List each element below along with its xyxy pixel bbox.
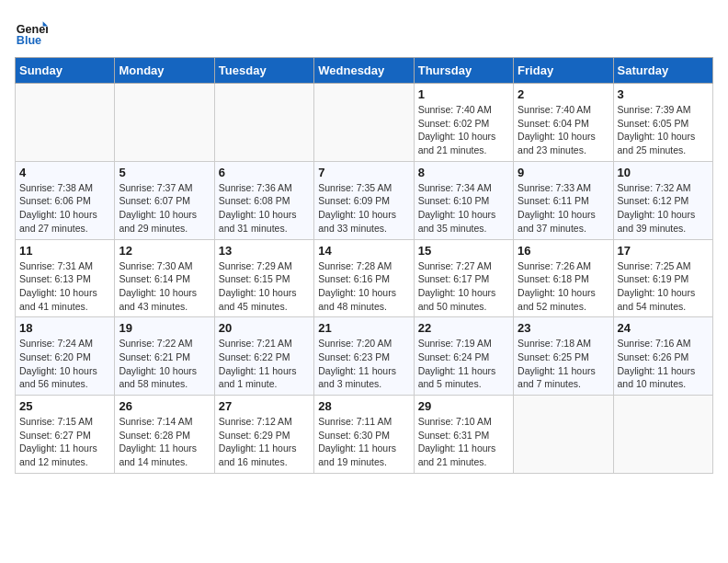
day-detail: Sunrise: 7:14 AMSunset: 6:28 PMDaylight:… (119, 415, 210, 469)
calendar-cell: 4Sunrise: 7:38 AMSunset: 6:06 PMDaylight… (16, 161, 115, 239)
calendar-cell: 23Sunrise: 7:18 AMSunset: 6:25 PMDayligh… (514, 317, 613, 396)
day-detail: Sunrise: 7:15 AMSunset: 6:27 PMDaylight:… (19, 415, 110, 469)
day-detail: Sunrise: 7:22 AMSunset: 6:21 PMDaylight:… (119, 337, 210, 391)
day-detail: Sunrise: 7:40 AMSunset: 6:04 PMDaylight:… (518, 103, 609, 157)
day-detail: Sunrise: 7:39 AMSunset: 6:05 PMDaylight:… (618, 103, 709, 157)
day-detail: Sunrise: 7:26 AMSunset: 6:18 PMDaylight:… (518, 259, 609, 314)
calendar-table: SundayMondayTuesdayWednesdayThursdayFrid… (15, 57, 713, 474)
calendar-cell: 22Sunrise: 7:19 AMSunset: 6:24 PMDayligh… (414, 317, 513, 396)
calendar-cell: 11Sunrise: 7:31 AMSunset: 6:13 PMDayligh… (16, 239, 115, 317)
day-detail: Sunrise: 7:16 AMSunset: 6:26 PMDaylight:… (618, 337, 709, 391)
logo: General Blue (15, 15, 48, 48)
day-number: 7 (318, 166, 409, 179)
logo-icon: General Blue (15, 15, 48, 48)
calendar-body: 1Sunrise: 7:40 AMSunset: 6:02 PMDaylight… (16, 84, 713, 474)
day-number: 5 (119, 166, 210, 179)
day-number: 11 (19, 244, 110, 258)
calendar-cell: 15Sunrise: 7:27 AMSunset: 6:17 PMDayligh… (414, 239, 513, 317)
day-detail: Sunrise: 7:40 AMSunset: 6:02 PMDaylight:… (418, 103, 509, 157)
svg-text:Blue: Blue (17, 34, 41, 47)
day-detail: Sunrise: 7:27 AMSunset: 6:17 PMDaylight:… (418, 259, 509, 314)
day-number: 20 (219, 321, 310, 335)
day-number: 19 (119, 321, 210, 335)
day-number: 14 (318, 244, 409, 258)
calendar-cell: 1Sunrise: 7:40 AMSunset: 6:02 PMDaylight… (414, 84, 513, 162)
day-number: 13 (219, 244, 310, 258)
calendar-cell: 12Sunrise: 7:30 AMSunset: 6:14 PMDayligh… (115, 239, 214, 317)
calendar-week-5: 25Sunrise: 7:15 AMSunset: 6:27 PMDayligh… (16, 396, 713, 474)
weekday-header-tuesday: Tuesday (214, 58, 313, 84)
calendar-cell: 27Sunrise: 7:12 AMSunset: 6:29 PMDayligh… (214, 396, 313, 474)
calendar-cell (314, 84, 414, 162)
day-detail: Sunrise: 7:21 AMSunset: 6:22 PMDaylight:… (219, 337, 310, 391)
day-number: 27 (219, 399, 310, 413)
day-detail: Sunrise: 7:12 AMSunset: 6:29 PMDaylight:… (219, 415, 310, 469)
calendar-cell: 2Sunrise: 7:40 AMSunset: 6:04 PMDaylight… (514, 84, 613, 162)
calendar-cell: 28Sunrise: 7:11 AMSunset: 6:30 PMDayligh… (314, 396, 414, 474)
day-number: 9 (518, 166, 609, 179)
calendar-cell: 25Sunrise: 7:15 AMSunset: 6:27 PMDayligh… (16, 396, 115, 474)
calendar-cell: 20Sunrise: 7:21 AMSunset: 6:22 PMDayligh… (214, 317, 313, 396)
calendar-week-1: 1Sunrise: 7:40 AMSunset: 6:02 PMDaylight… (16, 84, 713, 162)
calendar-cell (115, 84, 214, 162)
calendar-cell: 18Sunrise: 7:24 AMSunset: 6:20 PMDayligh… (16, 317, 115, 396)
day-number: 18 (19, 321, 110, 335)
day-number: 28 (318, 399, 409, 413)
day-number: 6 (219, 166, 310, 179)
calendar-cell: 10Sunrise: 7:32 AMSunset: 6:12 PMDayligh… (613, 161, 712, 239)
day-detail: Sunrise: 7:19 AMSunset: 6:24 PMDaylight:… (418, 337, 509, 391)
day-number: 22 (418, 321, 509, 335)
day-number: 29 (418, 399, 509, 413)
weekday-header-monday: Monday (115, 58, 214, 84)
calendar-cell (214, 84, 313, 162)
weekday-header-saturday: Saturday (613, 58, 712, 84)
weekday-header-friday: Friday (514, 58, 613, 84)
weekday-header-thursday: Thursday (414, 58, 513, 84)
day-detail: Sunrise: 7:30 AMSunset: 6:14 PMDaylight:… (119, 259, 210, 314)
calendar-cell: 16Sunrise: 7:26 AMSunset: 6:18 PMDayligh… (514, 239, 613, 317)
day-number: 17 (618, 244, 709, 258)
day-number: 1 (418, 87, 509, 101)
calendar-cell: 21Sunrise: 7:20 AMSunset: 6:23 PMDayligh… (314, 317, 414, 396)
weekday-header-sunday: Sunday (16, 58, 115, 84)
calendar-week-2: 4Sunrise: 7:38 AMSunset: 6:06 PMDaylight… (16, 161, 713, 239)
calendar-cell: 26Sunrise: 7:14 AMSunset: 6:28 PMDayligh… (115, 396, 214, 474)
calendar-cell: 8Sunrise: 7:34 AMSunset: 6:10 PMDaylight… (414, 161, 513, 239)
day-detail: Sunrise: 7:10 AMSunset: 6:31 PMDaylight:… (418, 415, 509, 469)
day-detail: Sunrise: 7:34 AMSunset: 6:10 PMDaylight:… (418, 181, 509, 236)
calendar-cell: 6Sunrise: 7:36 AMSunset: 6:08 PMDaylight… (214, 161, 313, 239)
calendar-header: SundayMondayTuesdayWednesdayThursdayFrid… (16, 58, 713, 84)
calendar-cell (514, 396, 613, 474)
day-detail: Sunrise: 7:25 AMSunset: 6:19 PMDaylight:… (618, 259, 709, 314)
day-detail: Sunrise: 7:28 AMSunset: 6:16 PMDaylight:… (318, 259, 409, 314)
day-number: 24 (618, 321, 709, 335)
day-number: 8 (418, 166, 509, 179)
day-number: 12 (119, 244, 210, 258)
day-number: 10 (618, 166, 709, 179)
day-number: 23 (518, 321, 609, 335)
day-detail: Sunrise: 7:24 AMSunset: 6:20 PMDaylight:… (19, 337, 110, 391)
calendar-cell: 5Sunrise: 7:37 AMSunset: 6:07 PMDaylight… (115, 161, 214, 239)
day-detail: Sunrise: 7:29 AMSunset: 6:15 PMDaylight:… (219, 259, 310, 314)
day-detail: Sunrise: 7:32 AMSunset: 6:12 PMDaylight:… (618, 181, 709, 236)
day-detail: Sunrise: 7:20 AMSunset: 6:23 PMDaylight:… (318, 337, 409, 391)
calendar-cell (613, 396, 712, 474)
day-number: 15 (418, 244, 509, 258)
page-header: General Blue (15, 15, 713, 48)
day-detail: Sunrise: 7:36 AMSunset: 6:08 PMDaylight:… (219, 181, 310, 236)
day-detail: Sunrise: 7:33 AMSunset: 6:11 PMDaylight:… (518, 181, 609, 236)
day-number: 16 (518, 244, 609, 258)
day-number: 3 (618, 87, 709, 101)
day-number: 2 (518, 87, 609, 101)
calendar-week-4: 18Sunrise: 7:24 AMSunset: 6:20 PMDayligh… (16, 317, 713, 396)
day-detail: Sunrise: 7:38 AMSunset: 6:06 PMDaylight:… (19, 181, 110, 236)
day-number: 26 (119, 399, 210, 413)
calendar-week-3: 11Sunrise: 7:31 AMSunset: 6:13 PMDayligh… (16, 239, 713, 317)
calendar-cell: 19Sunrise: 7:22 AMSunset: 6:21 PMDayligh… (115, 317, 214, 396)
day-number: 4 (19, 166, 110, 179)
day-number: 25 (19, 399, 110, 413)
day-detail: Sunrise: 7:35 AMSunset: 6:09 PMDaylight:… (318, 181, 409, 236)
calendar-cell: 9Sunrise: 7:33 AMSunset: 6:11 PMDaylight… (514, 161, 613, 239)
calendar-cell: 17Sunrise: 7:25 AMSunset: 6:19 PMDayligh… (613, 239, 712, 317)
day-detail: Sunrise: 7:31 AMSunset: 6:13 PMDaylight:… (19, 259, 110, 314)
